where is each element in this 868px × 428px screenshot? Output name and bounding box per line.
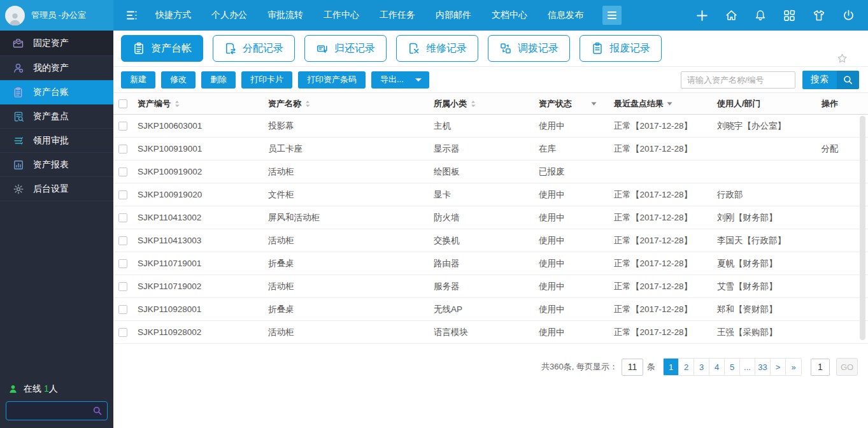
chevron-down-icon [415, 78, 422, 82]
goto-page-input[interactable] [811, 359, 830, 376]
row-checkbox[interactable] [118, 259, 127, 268]
sidebar: 固定资产 我的资产 资产台账 资产盘点 [0, 31, 113, 428]
nav-item-personal-office[interactable]: 个人办公 [211, 10, 247, 21]
tab-allocation-records[interactable]: 分配记录 [213, 35, 295, 62]
asset-status-cell: 使用中 [534, 235, 609, 246]
online-suffix: 人 [49, 383, 58, 394]
row-checkbox[interactable] [118, 122, 127, 131]
page-button[interactable]: > [771, 359, 786, 375]
page-button[interactable]: 4 [709, 359, 725, 375]
tab-repair-records[interactable]: 维修记录 [396, 35, 478, 62]
asset-search-input[interactable] [681, 71, 795, 89]
new-button[interactable]: 新建 [121, 71, 155, 89]
table-scrollbar[interactable] [860, 116, 865, 340]
transfer-tab-icon [499, 42, 512, 55]
sidebar-item-asset-ledger[interactable]: 资产台账 [0, 80, 113, 104]
select-all-checkbox[interactable] [118, 99, 127, 108]
report-icon [12, 159, 24, 171]
tab-asset-ledger[interactable]: 资产台帐 [121, 35, 203, 62]
tab-return-records[interactable]: 归还记录 [304, 35, 387, 62]
sidebar-item-asset-reports[interactable]: 资产报表 [0, 153, 113, 177]
bell-icon[interactable] [754, 9, 767, 22]
asset-name-cell: 员工卡座 [263, 143, 429, 155]
page-button[interactable]: 5 [725, 359, 740, 375]
nav-item-internal-mail[interactable]: 内部邮件 [436, 10, 471, 21]
header-asset-code[interactable]: 资产编号 [132, 98, 263, 110]
asset-name-cell: 活动柜 [263, 235, 429, 246]
export-label: 导出... [380, 74, 404, 85]
power-icon[interactable] [842, 9, 855, 22]
asset-status-cell: 使用中 [534, 212, 609, 224]
home-icon[interactable] [725, 9, 738, 22]
asset-status-cell: 使用中 [534, 120, 609, 132]
print-card-button[interactable]: 打印卡片 [241, 71, 292, 89]
asset-code-cell: SJKP100919001 [132, 144, 263, 153]
tab-label: 调拨记录 [518, 42, 559, 55]
row-checkbox[interactable] [118, 145, 127, 153]
asset-status-cell: 使用中 [534, 189, 609, 201]
edit-button[interactable]: 修改 [161, 71, 196, 89]
user-dept-cell: 艾雪【财务部】 [712, 281, 804, 292]
nav-collapse-icon[interactable] [125, 8, 139, 22]
delete-button[interactable]: 删除 [201, 71, 236, 89]
header-status[interactable]: 资产状态 [534, 98, 609, 110]
theme-shirt-icon[interactable] [812, 9, 826, 22]
page-list: 12345...33>» [663, 358, 802, 376]
asset-code-cell: SJKP100919020 [132, 190, 263, 199]
action-cell[interactable]: 分配 [804, 143, 855, 155]
row-checkbox[interactable] [118, 168, 127, 176]
more-menu-icon[interactable] [602, 6, 622, 25]
sidebar-item-my-assets[interactable]: 我的资产 [0, 56, 113, 80]
nav-item-approval-flow[interactable]: 审批流转 [267, 10, 303, 21]
user-dept-cell: 王强【采购部】 [712, 327, 804, 338]
sidebar-search-icon[interactable] [92, 406, 103, 418]
row-checkbox[interactable] [118, 282, 127, 291]
user-profile[interactable]: 管理员 -办公室 [0, 0, 113, 31]
go-button[interactable]: GO [836, 358, 858, 376]
page-button[interactable]: 3 [694, 359, 709, 375]
sidebar-item-asset-inventory[interactable]: 资产盘点 [0, 104, 113, 129]
nav-item-document-center[interactable]: 文档中心 [492, 10, 527, 21]
page-button[interactable]: 2 [679, 359, 694, 375]
page-button[interactable]: 33 [755, 359, 771, 375]
asset-name-cell: 活动柜 [263, 166, 429, 178]
row-checkbox[interactable] [118, 213, 127, 222]
header-asset-name[interactable]: 资产名称 [263, 98, 429, 110]
table-row: SJKP110928001 折叠桌 无线AP 使用中 正常【2017-12-28… [113, 298, 868, 321]
nav-item-shortcuts[interactable]: 快捷方式 [155, 10, 191, 21]
check-result-cell: 正常【2017-12-28】 [609, 189, 712, 201]
asset-name-cell: 投影幕 [263, 120, 429, 132]
tab-scrap-records[interactable]: 报废记录 [580, 35, 662, 62]
check-result-cell: 正常【2017-12-28】 [609, 327, 712, 338]
apps-grid-icon[interactable] [783, 9, 796, 22]
row-checkbox[interactable] [118, 305, 127, 314]
top-bar: 管理员 -办公室 快捷方式 个人办公 审批流转 工作中心 工作任务 内部邮件 文… [0, 0, 868, 31]
asset-status-cell: 使用中 [534, 304, 609, 315]
header-category[interactable]: 所属小类 [429, 98, 534, 110]
table-row: SJKP100919001 员工卡座 显示器 在库 正常【2017-12-28】… [113, 138, 868, 160]
sidebar-item-fixed-assets[interactable]: 固定资产 [0, 31, 113, 56]
add-icon[interactable] [695, 9, 709, 22]
sidebar-item-backend-settings[interactable]: 后台设置 [0, 177, 113, 201]
app-window: 管理员 -办公室 快捷方式 个人办公 审批流转 工作中心 工作任务 内部邮件 文… [0, 0, 868, 428]
tab-transfer-records[interactable]: 调拨记录 [488, 35, 570, 62]
nav-item-info-publish[interactable]: 信息发布 [548, 10, 583, 21]
print-barcode-button[interactable]: 打印资产条码 [298, 71, 366, 89]
page-button[interactable]: 1 [664, 359, 679, 375]
header-check-result[interactable]: 最近盘点结果 [609, 98, 712, 110]
user-dept-cell: 夏帆【财务部】 [712, 258, 804, 269]
row-checkbox[interactable] [118, 328, 127, 337]
page-button[interactable]: » [786, 359, 801, 375]
table-row: SJKP110413003 活动柜 交换机 使用中 正常【2017-12-28】… [113, 229, 868, 252]
row-checkbox[interactable] [118, 236, 127, 245]
sidebar-item-usage-approval[interactable]: 领用审批 [0, 129, 113, 153]
search-button[interactable]: 搜索 [802, 71, 859, 89]
tab-label: 分配记录 [243, 42, 283, 55]
nav-item-work-tasks[interactable]: 工作任务 [380, 10, 415, 21]
favorite-star-icon[interactable] [837, 53, 848, 64]
pagination-summary: 共360条, 每页显示： [541, 361, 618, 373]
page-size-input[interactable] [622, 359, 643, 376]
nav-item-work-center[interactable]: 工作中心 [324, 10, 359, 21]
export-dropdown-button[interactable]: 导出... [371, 71, 429, 89]
row-checkbox[interactable] [118, 190, 127, 199]
